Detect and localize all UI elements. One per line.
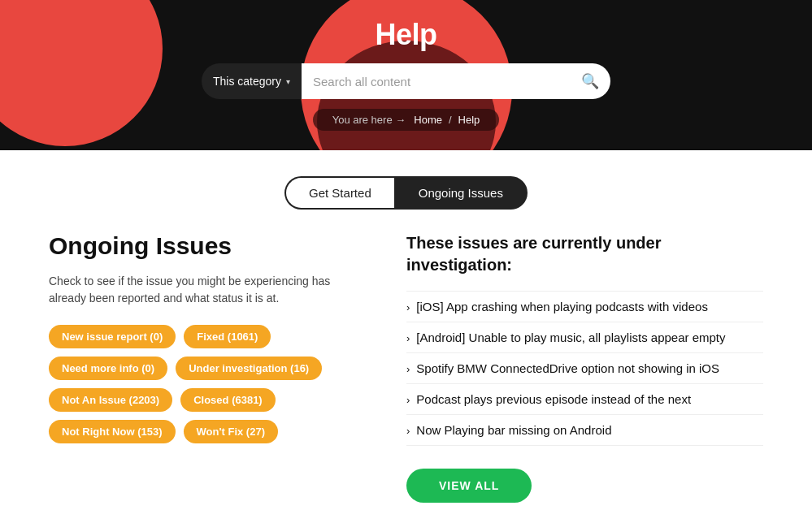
tag-item[interactable]: Fixed (1061) xyxy=(184,325,271,348)
tag-item[interactable]: New issue report (0) xyxy=(49,325,176,348)
issue-text: [Android] Unable to play music, all play… xyxy=(416,331,725,344)
right-column: These issues are currently under investi… xyxy=(406,232,763,503)
issue-text: Spotify BMW ConnectedDrive option not sh… xyxy=(416,361,719,375)
investigation-title: These issues are currently under investi… xyxy=(406,232,763,276)
chevron-right-icon: › xyxy=(406,425,410,437)
tag-item[interactable]: Need more info (0) xyxy=(49,357,167,380)
tag-item[interactable]: Under investigation (16) xyxy=(176,357,322,380)
chevron-right-icon: › xyxy=(406,363,410,375)
tag-item[interactable]: Not Right Now (153) xyxy=(49,420,176,443)
tab-get-started[interactable]: Get Started xyxy=(284,176,394,210)
tags-container: New issue report (0)Fixed (1061)Need mor… xyxy=(49,325,358,443)
search-input[interactable] xyxy=(313,75,581,89)
issue-text: Podcast plays previous episode instead o… xyxy=(416,392,691,406)
issue-list-item[interactable]: ›Podcast plays previous episode instead … xyxy=(406,384,763,415)
ongoing-issues-desc: Check to see if the issue you might be e… xyxy=(49,273,358,307)
chevron-down-icon: ▾ xyxy=(286,77,290,86)
chevron-right-icon: › xyxy=(406,332,410,344)
breadcrumb-current: Help xyxy=(458,114,480,126)
issue-list-item[interactable]: ›Spotify BMW ConnectedDrive option not s… xyxy=(406,353,763,384)
bg-circle-left xyxy=(0,0,163,146)
breadcrumb-home-link[interactable]: Home xyxy=(414,114,442,126)
issue-list-item[interactable]: ›Now Playing bar missing on Android xyxy=(406,415,763,446)
main-content: Ongoing Issues Check to see if the issue… xyxy=(0,232,812,510)
view-all-button[interactable]: VIEW ALL xyxy=(406,469,532,503)
tab-ongoing-issues[interactable]: Ongoing Issues xyxy=(394,176,528,210)
breadcrumb: You are here → Home / Help xyxy=(313,109,500,131)
search-category-button[interactable]: This category ▾ xyxy=(202,63,302,99)
page-header: Help This category ▾ 🔍 You are here → Ho… xyxy=(0,0,812,150)
issue-list-item[interactable]: ›[iOS] App crashing when playing podcast… xyxy=(406,291,763,322)
tag-item[interactable]: Won't Fix (27) xyxy=(184,420,278,443)
tag-item[interactable]: Closed (6381) xyxy=(180,388,276,412)
breadcrumb-you-are-here: You are here → xyxy=(332,114,406,126)
search-category-label: This category xyxy=(213,75,281,88)
chevron-right-icon: › xyxy=(406,394,410,406)
search-input-wrap: 🔍 xyxy=(302,63,610,99)
search-icon: 🔍 xyxy=(581,72,599,90)
left-column: Ongoing Issues Check to see if the issue… xyxy=(49,232,358,503)
chevron-right-icon: › xyxy=(406,301,410,313)
ongoing-issues-title: Ongoing Issues xyxy=(49,232,358,260)
tabs-row: Get Started Ongoing Issues xyxy=(0,176,812,210)
search-bar: This category ▾ 🔍 xyxy=(202,63,610,99)
issue-list-item[interactable]: ›[Android] Unable to play music, all pla… xyxy=(406,322,763,353)
tag-item[interactable]: Not An Issue (2203) xyxy=(49,388,172,412)
issue-text: [iOS] App crashing when playing podcasts… xyxy=(416,300,708,313)
search-button[interactable]: 🔍 xyxy=(581,72,599,90)
issue-text: Now Playing bar missing on Android xyxy=(416,423,611,437)
issues-list: ›[iOS] App crashing when playing podcast… xyxy=(406,291,763,446)
page-title: Help xyxy=(375,18,436,52)
breadcrumb-separator: / xyxy=(449,114,452,126)
